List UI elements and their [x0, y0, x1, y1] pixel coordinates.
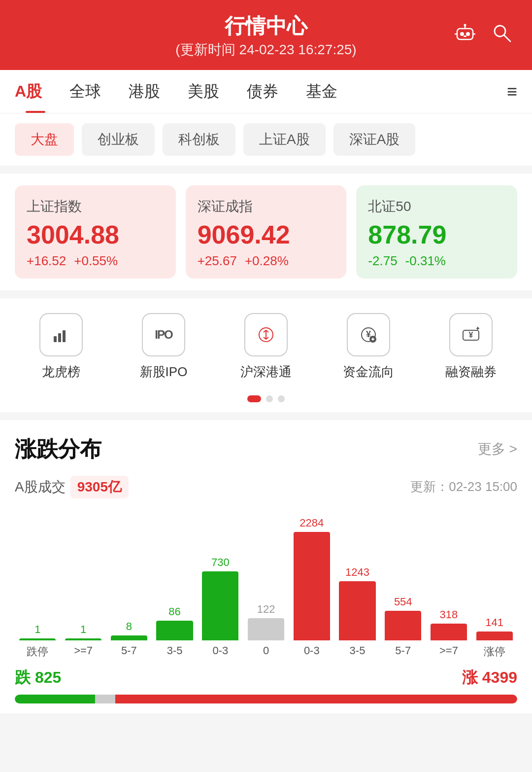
robot-icon[interactable] [454, 22, 476, 48]
header: 行情中心 (更新时间 24-02-23 16:27:25) [0, 0, 532, 70]
index-card-shenzhen[interactable]: 深证成指 9069.42 +25.67 +0.28% [186, 185, 347, 278]
bar-rect-0 [19, 638, 56, 640]
progress-red [115, 695, 517, 703]
zijin-icon: ¥ [347, 313, 390, 356]
index-change-abs-bz50: -2.75 [368, 253, 397, 269]
bar-col-9: 318 [426, 608, 472, 640]
sub-tab-kechuang[interactable]: 科创板 [163, 123, 235, 156]
trade-value: 9305亿 [70, 476, 129, 498]
progress-gray [95, 695, 115, 703]
sub-tabs: 大盘 创业板 科创板 上证A股 深证A股 [0, 113, 532, 166]
bar-col-0: 1 [15, 623, 61, 640]
rongzi-icon: ¥ [449, 313, 493, 356]
nav-tab-hk[interactable]: 港股 [115, 70, 174, 113]
bar-col-8: 554 [380, 596, 426, 640]
index-change-pct-shanghai: +0.55% [74, 253, 118, 269]
bar-label-1: >=7 [61, 644, 106, 659]
hutong-icon [244, 313, 288, 356]
index-value-shenzhen: 9069.42 [198, 221, 335, 249]
bar-col-2: 8 [106, 620, 152, 640]
index-name-shenzhen: 深证成指 [198, 197, 335, 216]
index-value-bz50: 878.79 [368, 221, 505, 249]
bar-col-6: 2284 [289, 517, 334, 640]
bar-col-3: 86 [152, 605, 198, 640]
rise-total: 涨 4399 [462, 667, 517, 689]
quick-item-zijin[interactable]: ¥ 资金流向 [317, 313, 420, 381]
index-name-bz50: 北证50 [368, 197, 505, 216]
bar-count-5: 122 [257, 603, 275, 616]
bar-rect-3 [156, 621, 193, 640]
bar-label-0: 跌停 [15, 644, 61, 659]
bar-chart: 1188673012222841243554318141 [15, 512, 517, 640]
bar-label-9: >=7 [426, 644, 472, 659]
svg-text:¥: ¥ [469, 331, 473, 339]
svg-point-5 [464, 24, 466, 27]
index-changes-shenzhen: +25.67 +0.28% [198, 253, 335, 269]
trade-update: 更新：02-23 15:00 [410, 478, 517, 495]
bar-labels: 跌停>=75-73-50-300-33-55-7>=7涨停 [15, 644, 517, 659]
dot-1 [247, 395, 261, 402]
quick-item-ipo[interactable]: IPO 新股IPO [112, 313, 215, 381]
bottom-summary: 跌 825 涨 4399 [15, 659, 517, 693]
bar-count-10: 141 [485, 616, 503, 629]
index-change-abs-shenzhen: +25.67 [198, 253, 237, 269]
quick-label-rongzi: 融资融券 [445, 363, 497, 381]
distribution-section: 涨跌分布 更多 > A股成交 9305亿 更新：02-23 15:00 1188… [0, 420, 532, 713]
bar-col-10: 141 [471, 616, 517, 640]
quick-label-longhubang: 龙虎榜 [42, 363, 80, 381]
nav-menu-icon[interactable]: ≡ [507, 81, 517, 102]
trade-info: A股成交 9305亿 更新：02-23 15:00 [15, 476, 517, 498]
header-subtitle: (更新时间 24-02-23 16:27:25) [175, 40, 356, 59]
section-more-btn[interactable]: 更多 > [478, 440, 517, 458]
bar-rect-9 [431, 624, 467, 640]
index-change-abs-shanghai: +16.52 [27, 253, 66, 269]
nav-tab-bonds[interactable]: 债券 [233, 70, 292, 113]
bar-rect-10 [476, 632, 513, 640]
sub-tab-dapan[interactable]: 大盘 [15, 123, 74, 156]
sub-tab-shenzhen[interactable]: 深证A股 [333, 123, 416, 156]
index-card-bz50[interactable]: 北证50 878.79 -2.75 -0.31% [356, 185, 517, 278]
sub-tab-chuangye[interactable]: 创业板 [82, 123, 155, 156]
bar-label-10: 涨停 [471, 644, 517, 659]
nav-tab-us[interactable]: 美股 [174, 70, 233, 113]
bar-count-9: 318 [440, 608, 458, 621]
index-value-shanghai: 3004.88 [27, 221, 164, 249]
quick-dots [0, 386, 532, 412]
nav-tab-a-shares[interactable]: A股 [15, 70, 56, 113]
index-changes-shanghai: +16.52 +0.55% [27, 253, 164, 269]
bar-rect-4 [202, 571, 238, 640]
bar-label-4: 0-3 [198, 644, 243, 659]
bar-rect-7 [339, 581, 375, 640]
dot-2 [266, 395, 273, 402]
quick-item-longhubang[interactable]: 龙虎榜 [10, 313, 112, 381]
search-icon[interactable] [491, 22, 512, 48]
bar-label-2: 5-7 [106, 644, 152, 659]
progress-green [15, 695, 95, 703]
nav-tab-global[interactable]: 全球 [56, 70, 115, 113]
progress-bar [15, 695, 517, 703]
nav-tab-funds[interactable]: 基金 [292, 70, 351, 113]
bar-count-4: 730 [211, 556, 230, 569]
bar-rect-1 [65, 638, 101, 640]
bar-count-1: 1 [80, 623, 86, 636]
bar-col-7: 1243 [334, 566, 380, 640]
bar-label-5: 0 [243, 644, 289, 659]
dot-3 [278, 395, 285, 402]
header-icons [454, 22, 512, 48]
quick-item-hutong[interactable]: 沪深港通 [215, 313, 317, 381]
svg-point-1 [460, 32, 464, 36]
svg-rect-11 [58, 333, 61, 342]
ipo-icon: IPO [142, 313, 185, 356]
bar-col-1: 1 [61, 623, 106, 640]
bar-label-7: 3-5 [334, 644, 380, 659]
svg-rect-10 [54, 336, 57, 342]
sub-tab-shenzha[interactable]: 上证A股 [243, 123, 326, 156]
bar-rect-6 [294, 532, 330, 640]
bar-count-2: 8 [126, 620, 132, 633]
index-change-pct-bz50: -0.31% [405, 253, 446, 269]
svg-rect-12 [63, 330, 66, 342]
bar-count-6: 2284 [299, 517, 324, 529]
quick-item-rongzi[interactable]: ¥ 融资融券 [420, 313, 522, 381]
section-title: 涨跌分布 [15, 435, 101, 464]
index-card-shanghai[interactable]: 上证指数 3004.88 +16.52 +0.55% [15, 185, 176, 278]
